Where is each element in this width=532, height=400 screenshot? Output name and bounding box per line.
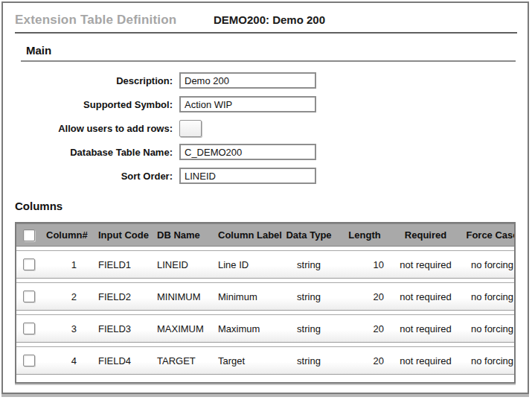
column-header-data-type: Data Type [277, 223, 341, 247]
cell-data-type: string [277, 282, 341, 311]
cell-data-type: string [277, 346, 341, 375]
main-section-divider [21, 60, 516, 62]
supported-symbol-label: Supported Symbol: [15, 99, 173, 110]
cell-column-number: 2 [40, 282, 88, 311]
cell-input-code: FIELD1 [88, 250, 141, 279]
column-header-length: Length [341, 223, 388, 247]
cell-column-label: Minimum [204, 282, 277, 311]
cell-column-number: 1 [40, 250, 88, 279]
form-row-description: Description: [15, 72, 516, 89]
row-checkbox[interactable] [23, 258, 35, 270]
description-label: Description: [15, 75, 173, 86]
record-title: DEMO200: Demo 200 [214, 13, 325, 26]
cell-column-label: Line ID [204, 250, 277, 279]
table-row: 3 FIELD3 MAXIMUM Maximum string 20 not r… [16, 314, 516, 343]
cell-length: 20 [341, 346, 388, 375]
cell-force-case: no forcing [463, 346, 516, 375]
cell-length: 20 [341, 282, 388, 311]
column-header-force-case: Force Case [463, 223, 516, 247]
columns-table: Column# Input Code DB Name Column Label … [16, 222, 516, 378]
column-header-column-label: Column Label [204, 223, 277, 247]
column-header-column-number: Column# [40, 223, 88, 247]
cell-input-code: FIELD2 [88, 282, 141, 311]
main-section-heading: Main [26, 44, 516, 57]
allow-add-rows-label: Allow users to add rows: [15, 123, 173, 134]
cell-db-name: MINIMUM [141, 282, 204, 311]
cell-column-label: Maximum [204, 314, 277, 343]
table-header-row: Column# Input Code DB Name Column Label … [16, 223, 516, 247]
titlebar: Extension Table Definition DEMO200: Demo… [15, 13, 516, 28]
table-row: 1 FIELD1 LINEID Line ID string 10 not re… [16, 250, 516, 279]
header-divider [15, 32, 517, 34]
cell-data-type: string [277, 314, 341, 343]
cell-force-case: no forcing [463, 314, 516, 343]
cell-db-name: MAXIMUM [141, 314, 204, 343]
cell-column-number: 3 [40, 314, 88, 343]
database-table-name-input[interactable] [179, 144, 316, 160]
cell-data-type: string [277, 250, 341, 279]
cell-db-name: TARGET [141, 346, 204, 375]
cell-required: not required [388, 346, 463, 375]
table-row: 2 FIELD2 MINIMUM Minimum string 20 not r… [16, 282, 516, 311]
page-frame: Extension Table Definition DEMO200: Demo… [1, 1, 529, 394]
form-row-sort-order: Sort Order: [15, 168, 516, 184]
sort-order-label: Sort Order: [15, 171, 173, 182]
cell-column-number: 4 [40, 346, 88, 375]
cell-db-name: LINEID [141, 250, 204, 279]
main-form: Description: Supported Symbol: Allow use… [15, 72, 516, 184]
columns-section-heading: Columns [15, 200, 528, 212]
cell-required: not required [388, 314, 463, 343]
column-header-required: Required [388, 223, 463, 247]
columns-table-container: Column# Input Code DB Name Column Label … [15, 222, 516, 384]
form-row-database-table-name: Database Table Name: [15, 144, 516, 160]
description-input[interactable] [179, 72, 316, 89]
cell-length: 20 [341, 314, 388, 343]
row-checkbox[interactable] [23, 291, 35, 302]
column-header-db-name: DB Name [141, 223, 204, 247]
allow-add-rows-checkbox[interactable] [179, 120, 202, 137]
form-row-allow-add-rows: Allow users to add rows: [15, 120, 516, 137]
cell-required: not required [388, 250, 463, 279]
sort-order-input[interactable] [179, 168, 316, 184]
supported-symbol-input[interactable] [179, 96, 316, 112]
column-header-input-code: Input Code [88, 223, 141, 247]
select-all-checkbox[interactable] [23, 229, 35, 241]
cell-input-code: FIELD3 [88, 314, 141, 343]
database-table-name-label: Database Table Name: [15, 147, 173, 158]
form-row-supported-symbol: Supported Symbol: [15, 96, 516, 112]
page-title: Extension Table Definition [15, 13, 214, 28]
cell-length: 10 [341, 250, 388, 279]
table-row: 4 FIELD4 TARGET Target string 20 not req… [16, 346, 516, 375]
cell-input-code: FIELD4 [88, 346, 141, 375]
row-checkbox[interactable] [23, 355, 35, 366]
cell-force-case: no forcing [463, 250, 516, 279]
row-checkbox[interactable] [23, 323, 35, 334]
cell-required: not required [388, 282, 463, 311]
main-section: Main Description: Supported Symbol: Allo… [15, 44, 516, 184]
cell-force-case: no forcing [463, 282, 516, 311]
cell-column-label: Target [204, 346, 277, 375]
